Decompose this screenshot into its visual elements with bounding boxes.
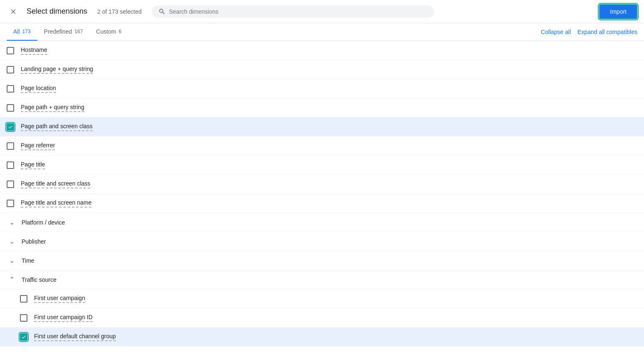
group-label-time: Time — [22, 257, 34, 264]
search-icon — [158, 8, 166, 15]
checkbox-landing-page[interactable] — [7, 66, 14, 73]
checkbox-first-user-default-channel[interactable] — [20, 333, 27, 341]
item-label-page-path-screen-class: Page path and screen class — [21, 123, 93, 131]
item-label-first-user-campaign-id: First user campaign ID — [34, 314, 93, 322]
dialog-title: Select dimensions — [27, 7, 87, 16]
tab-custom[interactable]: Custom 6 — [89, 23, 128, 41]
tab-predefined[interactable]: Predefined 167 — [37, 23, 90, 41]
group-label-platform: Platform / device — [22, 219, 65, 226]
tabs-left: All 173 Predefined 167 Custom 6 — [7, 23, 128, 41]
checkbox-page-path-query[interactable] — [7, 104, 14, 112]
list-item[interactable]: Page title and screen class — [0, 175, 644, 194]
tab-predefined-count: 167 — [74, 29, 83, 34]
checkbox-page-title-screen-name[interactable] — [7, 200, 14, 207]
checkbox-first-user-campaign-id[interactable] — [20, 314, 27, 322]
item-label-page-title-screen-class: Page title and screen class — [21, 180, 90, 188]
chevron-down-icon: ⌄ — [7, 237, 17, 245]
tabs-right: Collapse all Expand all compatibles — [541, 29, 637, 35]
item-label-page-path-query: Page path + query string — [21, 104, 84, 112]
list-item[interactable]: Page path + query string — [0, 98, 644, 117]
list-item[interactable]: Page referrer — [0, 137, 644, 156]
list-item[interactable]: First user campaign ID — [0, 308, 644, 327]
checkbox-hostname[interactable] — [7, 47, 14, 54]
chevron-down-icon: ⌄ — [7, 218, 17, 226]
dimensions-list: Hostname Landing page + query string Pag… — [0, 41, 644, 357]
group-publisher[interactable]: ⌄ Publisher — [0, 232, 644, 251]
item-label-first-user-campaign: First user campaign — [34, 295, 85, 303]
list-item-selected[interactable]: Page path and screen class — [0, 117, 644, 137]
expand-all-link[interactable]: Expand all compatibles — [578, 29, 637, 35]
tab-custom-count: 6 — [119, 29, 122, 34]
list-item[interactable]: Hostname — [0, 41, 644, 60]
list-item[interactable]: Page title — [0, 156, 644, 175]
chevron-up-icon: ⌃ — [7, 276, 17, 283]
item-label-page-title: Page title — [21, 161, 45, 169]
tab-all[interactable]: All 173 — [7, 23, 37, 41]
list-item[interactable]: Page title and screen name — [0, 194, 644, 213]
tab-all-label: All — [13, 28, 20, 35]
item-label-first-user-default-channel: First user default channel group — [34, 333, 116, 341]
item-label-page-title-screen-name: Page title and screen name — [21, 199, 91, 208]
checkbox-page-location[interactable] — [7, 85, 14, 93]
checkbox-page-title-screen-class[interactable] — [7, 181, 14, 188]
tabs-bar: All 173 Predefined 167 Custom 6 Collapse… — [0, 23, 644, 41]
group-label-publisher: Publisher — [22, 238, 46, 245]
group-time[interactable]: ⌄ Time — [0, 251, 644, 270]
tab-all-count: 173 — [22, 29, 31, 34]
group-platform-device[interactable]: ⌄ Platform / device — [0, 213, 644, 232]
dialog-header: Select dimensions 2 of 173 selected Impo… — [0, 0, 644, 23]
list-item[interactable]: Landing page + query string — [0, 60, 644, 79]
chevron-down-icon: ⌄ — [7, 256, 17, 264]
search-input[interactable] — [169, 8, 428, 15]
import-button[interactable]: Import — [599, 4, 637, 19]
checkbox-page-title[interactable] — [7, 161, 14, 169]
item-label-page-location: Page location — [21, 85, 56, 93]
list-item[interactable]: First user campaign — [0, 289, 644, 308]
search-container — [152, 5, 434, 18]
checkbox-page-path-screen-class[interactable] — [7, 123, 14, 131]
item-label-page-referrer: Page referrer — [21, 142, 55, 150]
close-button[interactable] — [7, 5, 20, 18]
checkbox-first-user-campaign[interactable] — [20, 295, 27, 303]
list-item[interactable]: Page location — [0, 79, 644, 98]
group-traffic-source[interactable]: ⌃ Traffic source — [0, 270, 644, 289]
item-label-hostname: Hostname — [21, 46, 47, 55]
tab-predefined-label: Predefined — [44, 28, 72, 35]
list-item-selected[interactable]: First user default channel group — [0, 327, 644, 347]
checkbox-page-referrer[interactable] — [7, 142, 14, 150]
item-label-landing-page: Landing page + query string — [21, 66, 93, 74]
tab-custom-label: Custom — [96, 28, 116, 35]
group-label-traffic-source: Traffic source — [22, 276, 57, 283]
selected-count: 2 of 173 selected — [97, 8, 142, 15]
collapse-all-link[interactable]: Collapse all — [541, 29, 571, 35]
